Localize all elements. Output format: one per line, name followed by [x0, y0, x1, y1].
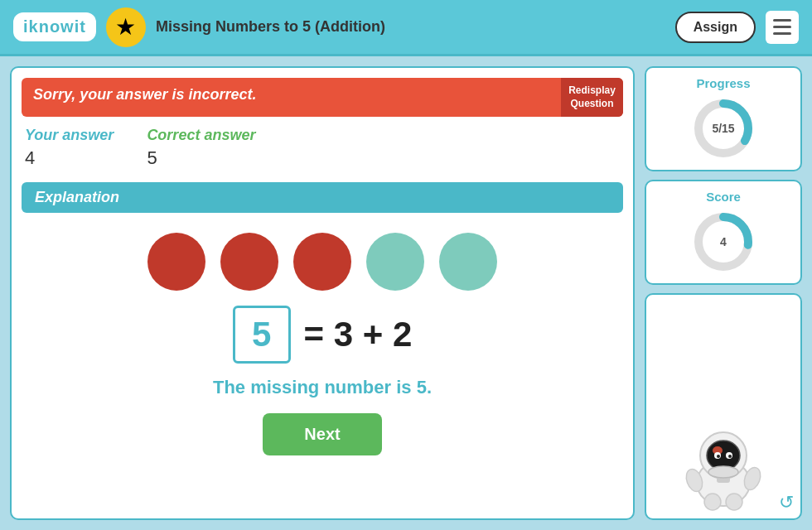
logo-text: iknowit [23, 17, 86, 36]
explanation-bar: Explanation [22, 182, 623, 213]
back-arrow-icon[interactable]: ↺ [779, 492, 794, 513]
menu-icon [773, 32, 791, 35]
left-panel: Sorry, your answer is incorrect. Redispl… [10, 66, 635, 520]
your-answer-block: Your answer 4 [25, 127, 114, 169]
svg-point-15 [704, 494, 721, 510]
score-donut: 4 [690, 209, 756, 275]
right-panel: Progress 5/15 Score 4 [645, 66, 802, 520]
correct-answer-value: 5 [147, 144, 255, 169]
next-button[interactable]: Next [263, 413, 381, 455]
progress-donut: 5/15 [690, 95, 756, 161]
incorrect-banner: Sorry, your answer is incorrect. Redispl… [22, 78, 623, 117]
redisplay-button[interactable]: Redisplay Question [561, 78, 623, 117]
circle-red-2 [220, 233, 278, 291]
circle-red-3 [293, 233, 351, 291]
circle-red-1 [147, 233, 205, 291]
progress-value: 5/15 [712, 122, 734, 135]
main-content: Sorry, your answer is incorrect. Redispl… [0, 56, 812, 530]
page-title: Missing Numbers to 5 (Addition) [156, 18, 665, 36]
next-row: Next [12, 407, 633, 467]
progress-label: Progress [696, 76, 750, 90]
progress-card: Progress 5/15 [645, 66, 802, 171]
mascot-illustration [669, 412, 777, 512]
assign-button[interactable]: Assign [675, 12, 756, 43]
answer-section: Your answer 4 Correct answer 5 [12, 117, 633, 176]
score-card: Score 4 [645, 180, 802, 285]
svg-point-17 [708, 466, 738, 478]
missing-number-text: The missing number is 5. [12, 372, 633, 407]
svg-point-11 [728, 455, 732, 458]
menu-icon [773, 19, 791, 22]
your-answer-label: Your answer [25, 127, 114, 144]
mascot-card: ↺ [645, 293, 802, 520]
equation-row: 5 = 3 + 2 [12, 297, 633, 372]
circle-teal-2 [439, 233, 497, 291]
star-icon: ★ [106, 7, 146, 47]
menu-button[interactable] [766, 11, 799, 44]
correct-answer-block: Correct answer 5 [147, 127, 255, 169]
svg-point-10 [717, 455, 720, 458]
circle-teal-1 [366, 233, 424, 291]
svg-point-16 [726, 494, 742, 510]
score-value: 4 [720, 235, 727, 248]
equation-answer-box: 5 [233, 306, 291, 364]
logo: iknowit [13, 12, 96, 41]
your-answer-value: 4 [25, 144, 114, 169]
score-label: Score [706, 190, 741, 204]
header: iknowit ★ Missing Numbers to 5 (Addition… [0, 0, 812, 56]
incorrect-text: Sorry, your answer is incorrect. [22, 78, 561, 117]
equation-rest: = 3 + 2 [304, 315, 413, 354]
correct-answer-label: Correct answer [147, 127, 255, 144]
menu-icon [773, 26, 791, 28]
circles-row [12, 219, 633, 297]
